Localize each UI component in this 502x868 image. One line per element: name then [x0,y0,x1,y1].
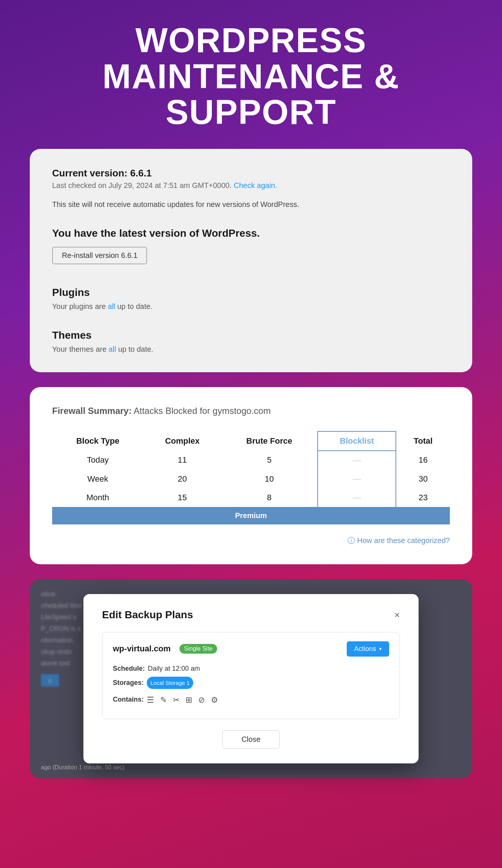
col-brute-force: Brute Force [221,431,318,451]
auto-update-note: This site will not receive automatic upd… [52,200,450,209]
blocklist-premium-row: Premium [52,507,450,524]
contains-icon-3: ✂ [173,693,179,708]
plan-site-info: wp-virtual.com Single Site [113,644,217,654]
contains-icon-4: ⊞ [185,693,192,708]
last-checked: Last checked on July 29, 2024 at 7:51 am… [52,181,450,190]
storages-row: Storages: Local Storage 1 [113,677,389,689]
backup-outer-card: otice: cheduled Wor forum to g LiteSpeed… [30,579,472,778]
col-blocklist: Blocklist [318,431,396,451]
plan-header: wp-virtual.com Single Site Actions ▾ [113,641,389,657]
local-storage-badge: Local Storage 1 [147,677,193,689]
firewall-title: Firewall Summary: Attacks Blocked for gy… [52,406,450,416]
plan-details: Schedule: Daily at 12:00 am Storages: Lo… [113,663,389,708]
how-categorized[interactable]: ⓘ How are these categorized? [52,536,450,546]
firewall-card: Firewall Summary: Attacks Blocked for gy… [30,387,472,564]
edit-backup-modal: Edit Backup Plans × wp-virtual.com Singl… [83,594,419,763]
actions-button[interactable]: Actions ▾ [347,641,389,657]
timestamp-text: ago (Duration 1 minute, 50 sec) [30,764,472,771]
contains-icon-1: ☰ [147,693,154,708]
single-site-badge: Single Site [179,644,217,654]
header-line1: WORDPRESS [30,22,472,58]
page-header: WORDPRESS MAINTENANCE & SUPPORT [30,22,472,130]
schedule-row: Schedule: Daily at 12:00 am [113,663,389,674]
latest-version-msg: You have the latest version of WordPress… [52,227,450,239]
firewall-table: Block Type Complex Brute Force Blocklist… [52,431,450,524]
themes-section: Themes Your themes are all up to date. [52,329,450,354]
themes-title: Themes [52,329,450,341]
modal-close-button[interactable]: × [394,610,400,620]
close-button[interactable]: Close [222,730,279,749]
table-row: Month 15 8 — 23 [52,488,450,507]
question-icon: ⓘ [347,536,355,546]
contains-row: Contains: ☰ ✎ ✂ ⊞ ⊘ ⚙ [113,691,389,708]
version-label: Current version: 6.6.1 [52,167,450,179]
reinstall-button[interactable]: Re-install version 6.6.1 [52,247,147,264]
dropdown-arrow-icon: ▾ [379,646,382,652]
modal-footer: Close [102,730,400,749]
contains-icon-5: ⊘ [198,693,205,708]
col-total: Total [396,431,450,451]
check-again-link[interactable]: Check again. [234,181,277,189]
plan-site-name: wp-virtual.com [113,644,171,654]
modal-title: Edit Backup Plans [102,609,193,621]
col-complex: Complex [143,431,221,451]
plugins-section: Plugins Your plugins are all up to date. [52,287,450,311]
plugins-title: Plugins [52,287,450,299]
plugins-desc: Your plugins are all up to date. [52,302,450,311]
contains-icons: ☰ ✎ ✂ ⊞ ⊘ ⚙ [147,693,218,708]
modal-header: Edit Backup Plans × [102,609,400,621]
col-block-type: Block Type [52,431,143,451]
themes-desc: Your themes are all up to date. [52,345,450,354]
backup-plan-row: wp-virtual.com Single Site Actions ▾ Sch… [102,632,400,719]
version-card: Current version: 6.6.1 Last checked on J… [30,149,472,372]
contains-icon-2: ✎ [160,693,167,708]
table-row: Week 20 10 — 30 [52,470,450,488]
contains-icon-6: ⚙ [211,693,218,708]
table-row: Today 11 5 — 16 [52,451,450,470]
header-line2: MAINTENANCE & SUPPORT [30,58,472,130]
